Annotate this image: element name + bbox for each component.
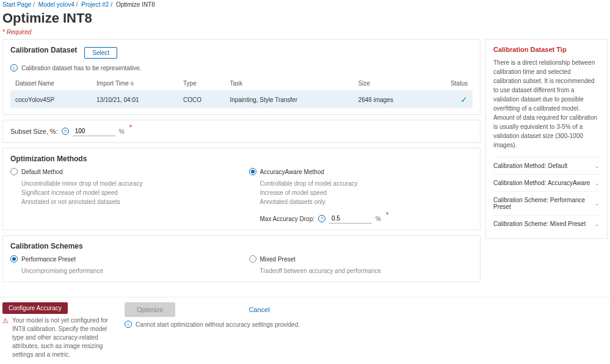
schemes-card: Calibration Schemes Performance Preset U… [2,235,481,282]
mixed-preset-label: Mixed Preset [260,256,296,263]
methods-card: Optimization Methods Default Method Unco… [2,148,481,230]
mixed-preset-desc: Tradeoff between accuracy and performanc… [249,266,473,275]
crumb-current: Optimize INT8 [116,1,155,8]
cell-task: Inpainting, Style Transfer [225,91,353,109]
col-type[interactable]: Type [178,76,225,91]
required-star: * [386,211,389,219]
cell-time: 13/10/21, 04:01 [92,91,178,109]
pct-symbol: % [376,216,381,222]
warning-icon: ⚠ [2,316,9,359]
crumb-model[interactable]: Model yolov4 [38,1,74,8]
schemes-title: Calibration Schemes [10,242,473,250]
default-method-radio[interactable] [10,168,18,175]
breadcrumb: Start Page/ Model yolov4/ Project #2/ Op… [0,0,610,9]
select-button[interactable]: Select [84,47,117,59]
info-icon: i [125,321,132,328]
col-status[interactable]: Status [427,76,473,91]
page-title: Optimize INT8 [0,9,610,29]
subset-label: Subset Size, %: [10,128,58,135]
configure-accuracy-button[interactable]: Configure Accuracy [2,302,68,314]
footer: Configure Accuracy ⚠ Your model is not y… [0,297,610,364]
calibration-dataset-card: Calibration Dataset Select i Calibration… [2,39,481,115]
required-star: * [129,123,133,132]
subset-input[interactable] [73,126,115,136]
default-method-desc: Uncontrollable minor drop of model accur… [10,179,234,206]
col-task[interactable]: Task [225,76,353,91]
maxacc-input[interactable] [329,214,372,224]
col-size[interactable]: Size [354,76,428,91]
acc-perf[interactable]: Calibration Scheme: Performance Preset⌄ [493,191,600,215]
pct-symbol: % [119,128,125,135]
mixed-preset-radio[interactable] [249,255,256,263]
acc-default[interactable]: Calibration Method: Default⌄ [493,157,600,174]
chevron-down-icon: ⌄ [595,180,600,186]
calib-title: Calibration Dataset [10,46,77,54]
sort-icon: ⇅ [130,81,134,87]
cell-size: 2648 images [354,91,428,109]
cell-type: COCO [178,91,225,109]
methods-title: Optimization Methods [10,155,473,163]
col-name[interactable]: Dataset Name [10,76,92,91]
maxacc-label: Max Accuracy Drop: [260,216,314,222]
perf-preset-desc: Uncompromising performance [10,266,234,275]
optimize-button[interactable]: Optimize [125,302,175,317]
default-method-label: Default Method [21,169,63,175]
col-import[interactable]: Import Time⇅ [92,76,178,91]
help-icon[interactable]: ? [62,128,69,135]
subset-card: Subset Size, %: ? % * [2,120,481,143]
cancel-button[interactable]: Cancel [249,306,269,313]
required-note: * Required [0,29,610,39]
accuracyaware-method-desc: Controllable drop of model accuracy Incr… [249,179,473,206]
cell-name: cocoYolov4SP [10,91,92,109]
dataset-table: Dataset Name Import Time⇅ Type Task Size… [10,76,473,108]
accuracyaware-method-label: AccuracyAware Method [260,169,324,175]
warning-text: Your model is not yet configured for INT… [12,316,112,359]
perf-preset-radio[interactable] [10,255,18,263]
tip-card: Calibration Dataset Tip There is a direc… [485,39,608,239]
table-row[interactable]: cocoYolov4SP 13/10/21, 04:01 COCO Inpain… [10,91,473,109]
chevron-down-icon: ⌄ [595,221,600,227]
help-icon[interactable]: ? [318,215,325,222]
tip-body: There is a direct relationship between c… [493,58,600,150]
accuracyaware-method-radio[interactable] [249,168,256,175]
acc-mixed[interactable]: Calibration Scheme: Mixed Preset⌄ [493,215,600,232]
crumb-start[interactable]: Start Page [2,1,31,8]
chevron-down-icon: ⌄ [595,200,600,206]
crumb-project[interactable]: Project #2 [81,1,109,8]
chevron-down-icon: ⌄ [595,163,600,169]
info-icon: i [10,64,18,71]
check-icon: ✓ [460,95,468,104]
acc-aa[interactable]: Calibration Method: AccuracyAware⌄ [493,174,600,191]
tip-title: Calibration Dataset Tip [493,46,600,53]
error-text: Cannot start optimization without accura… [136,321,300,328]
calib-info-text: Calibration dataset has to be representa… [21,65,141,71]
perf-preset-label: Performance Preset [21,256,76,263]
